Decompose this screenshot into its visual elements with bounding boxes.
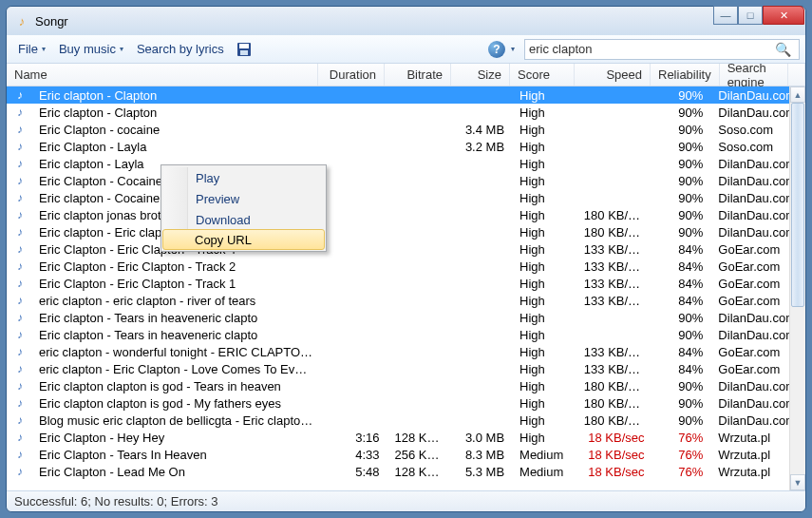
music-note-icon: ♪: [12, 241, 28, 257]
table-row[interactable]: ♪Eric clapton - ClaptonHigh90%DilanDau.c…: [7, 104, 805, 121]
cell-reliability: 90%: [652, 157, 711, 171]
save-icon[interactable]: [236, 41, 253, 58]
table-row[interactable]: ♪Eric Clapton - Cocaine eric claptonHigh…: [7, 172, 805, 189]
table-row[interactable]: ♪Eric Clapton - Hey Hey3:16128 Kbps3.0 M…: [7, 429, 805, 446]
col-header-engine[interactable]: Search engine: [720, 64, 788, 86]
cell-duration: 5:48: [321, 465, 387, 479]
cell-speed: 133 KB/sec: [576, 345, 652, 359]
table-row[interactable]: ♪Eric clapton clapton is god - My father…: [7, 394, 805, 412]
table-row[interactable]: ♪Eric clapton jonas brothers - Eric clap…: [7, 206, 805, 223]
table-row[interactable]: ♪Eric Clapton - Lead Me On5:48128 Kbps5.…: [7, 463, 805, 480]
cell-name: Eric Clapton - Hey Hey: [31, 431, 321, 445]
cell-reliability: 90%: [652, 140, 711, 154]
table-row[interactable]: ♪Eric clapton - Tears in heaveneric clap…: [7, 326, 805, 343]
music-note-icon: ♪: [12, 190, 28, 205]
table-row[interactable]: ♪eric clapton - eric clapton - river of …: [7, 292, 805, 309]
close-button[interactable]: ✕: [763, 6, 804, 25]
caret-down-icon[interactable]: ▾: [511, 45, 515, 53]
col-header-name[interactable]: Name: [7, 64, 318, 86]
context-menu-download[interactable]: Download: [163, 209, 324, 230]
maximize-button[interactable]: □: [738, 6, 763, 25]
col-header-size[interactable]: Size: [451, 64, 510, 86]
menu-file[interactable]: File▾: [12, 39, 51, 59]
table-row[interactable]: ♪Eric Clapton - Eric Clapton - Track 1Hi…: [7, 275, 805, 292]
menu-search-by-lyrics[interactable]: Search by lyrics: [131, 39, 230, 59]
vertical-scrollbar[interactable]: ▲ ▼: [789, 86, 805, 490]
cell-score: High: [512, 242, 576, 257]
cell-bitrate: 256 Kbps: [387, 448, 454, 462]
table-row[interactable]: ♪Eric Clapton - cocaine3.4 MBHigh90%Soso…: [7, 121, 805, 138]
cell-reliability: 90%: [652, 225, 711, 240]
scroll-up-button[interactable]: ▲: [790, 86, 805, 103]
context-menu: Play Preview Download Copy URL: [161, 164, 327, 252]
cell-reliability: 84%: [652, 277, 711, 291]
music-note-icon: ♪: [12, 173, 28, 188]
music-note-icon: ♪: [12, 464, 28, 479]
cell-name: Eric Clapton - cocaine: [31, 123, 321, 137]
col-header-reliability[interactable]: Reliability: [651, 64, 720, 86]
context-menu-play[interactable]: Play: [163, 167, 324, 188]
status-bar: Successful: 6; No results: 0; Errors: 3: [7, 490, 805, 511]
music-note-icon: ♪: [12, 139, 28, 154]
menu-search-lyrics-label: Search by lyrics: [137, 42, 224, 56]
col-header-score[interactable]: Score: [510, 64, 575, 86]
cell-name: Eric Clapton - Eric Clapton - Track 1: [31, 277, 321, 291]
col-header-speed[interactable]: Speed: [575, 64, 651, 86]
cell-name: Eric clapton clapton is god - My fathers…: [31, 396, 321, 411]
cell-reliability: 76%: [652, 431, 711, 445]
table-row[interactable]: ♪Eric Clapton - Layla3.2 MBHigh90%Soso.c…: [7, 138, 805, 155]
context-menu-preview[interactable]: Preview: [163, 188, 324, 209]
table-row[interactable]: ♪Eric Clapton - Eric Clapton - Track 4Hi…: [7, 240, 805, 258]
context-menu-copy-url[interactable]: Copy URL: [162, 229, 325, 250]
cell-reliability: 90%: [652, 379, 711, 393]
cell-reliability: 90%: [652, 191, 711, 205]
cell-name: Eric clapton clapton is god - Tears in h…: [31, 379, 321, 393]
table-row[interactable]: ♪Eric Clapton - Eric Clapton - Track 2Hi…: [7, 258, 805, 275]
cell-size: 3.0 MB: [453, 431, 512, 445]
menu-buy-music[interactable]: Buy music▾: [53, 39, 129, 59]
cell-reliability: 90%: [652, 208, 711, 222]
music-note-icon: ♪: [12, 344, 28, 359]
scroll-down-button[interactable]: ▼: [790, 474, 805, 490]
minimize-button[interactable]: —: [713, 6, 738, 25]
music-note-icon: ♪: [12, 430, 28, 445]
table-row[interactable]: ♪Eric clapton - CocaineHigh90%DilanDau.c…: [7, 189, 805, 206]
cell-speed: 133 KB/sec: [576, 277, 652, 291]
search-input[interactable]: [529, 42, 771, 56]
menu-buy-label: Buy music: [59, 42, 116, 56]
results-list-inner[interactable]: ♪Eric clapton - ClaptonHigh90%DilanDau.c…: [7, 86, 805, 490]
cell-score: High: [512, 362, 576, 376]
col-header-bitrate[interactable]: Bitrate: [385, 64, 451, 86]
cell-name: Blog music eric clapton de bellicgta - E…: [31, 413, 321, 428]
music-note-icon: ♪: [12, 310, 28, 325]
cell-speed: 180 KB/sec: [576, 208, 652, 222]
table-row[interactable]: ♪Eric clapton - Eric clapton wonderful t…: [7, 223, 805, 240]
table-row[interactable]: ♪Eric clapton - ClaptonHigh90%DilanDau.c…: [7, 86, 805, 104]
titlebar[interactable]: ♪ Songr — □ ✕: [7, 7, 805, 35]
results-list: ♪Eric clapton - ClaptonHigh90%DilanDau.c…: [7, 86, 805, 490]
cell-name: Eric clapton - Tears in heaveneric clapt…: [31, 311, 321, 325]
cell-name: eric clapton - eric clapton - river of t…: [31, 294, 321, 308]
cell-reliability: 90%: [652, 396, 711, 411]
cell-score: High: [512, 431, 576, 445]
scroll-thumb[interactable]: [791, 103, 804, 307]
cell-speed: 133 KB/sec: [576, 259, 652, 274]
table-row[interactable]: ♪Eric clapton - LaylaHigh90%DilanDau.com: [7, 155, 805, 172]
search-box[interactable]: 🔍: [524, 39, 800, 60]
app-window: ♪ Songr — □ ✕ File▾ Buy music▾ Search by…: [6, 6, 806, 512]
table-row[interactable]: ♪eric clapton - wonderful tonight - ERIC…: [7, 343, 805, 360]
help-icon[interactable]: ?: [488, 41, 505, 58]
table-row[interactable]: ♪Blog music eric clapton de bellicgta - …: [7, 412, 805, 429]
cell-score: High: [512, 208, 576, 222]
table-row[interactable]: ♪eric clapton - Eric Clapton - Love Come…: [7, 360, 805, 377]
music-note-icon: ♪: [12, 156, 28, 171]
col-header-duration[interactable]: Duration: [318, 64, 385, 86]
scroll-track[interactable]: [790, 103, 805, 474]
table-row[interactable]: ♪Eric clapton clapton is god - Tears in …: [7, 377, 805, 394]
cell-speed: 18 KB/sec: [576, 465, 652, 479]
table-row[interactable]: ♪Eric clapton - Tears in heaveneric clap…: [7, 309, 805, 326]
cell-score: High: [512, 88, 576, 103]
table-row[interactable]: ♪Eric Clapton - Tears In Heaven4:33256 K…: [7, 446, 805, 463]
search-icon[interactable]: 🔍: [771, 42, 795, 57]
cell-reliability: 90%: [652, 88, 711, 103]
